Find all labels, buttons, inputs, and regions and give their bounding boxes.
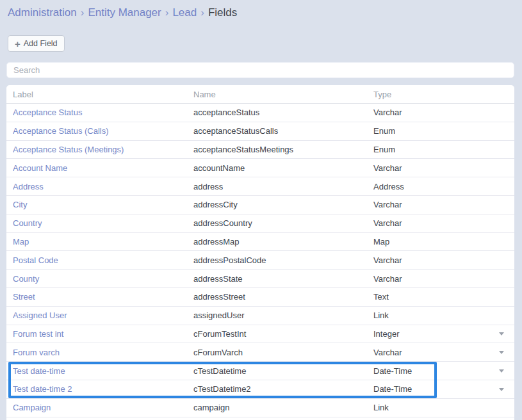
field-label-link[interactable]: Acceptance Status (Calls) bbox=[13, 126, 193, 136]
field-type: Text bbox=[373, 292, 514, 302]
field-type: Map bbox=[373, 237, 514, 246]
field-name: acceptanceStatusCalls bbox=[193, 126, 373, 136]
table-row: StreetaddressStreetText bbox=[6, 288, 514, 307]
add-field-button[interactable]: + Add Field bbox=[8, 35, 65, 52]
field-name: accountName bbox=[193, 163, 373, 173]
field-name: campaign bbox=[193, 403, 373, 412]
field-type: Varchar bbox=[373, 274, 514, 284]
field-label-link[interactable]: Forum test int bbox=[13, 329, 193, 339]
caret-down-icon[interactable] bbox=[499, 388, 504, 391]
field-type: Enum bbox=[373, 145, 514, 154]
field-name: assignedUser bbox=[193, 311, 373, 320]
field-label-link[interactable]: Street bbox=[13, 292, 193, 302]
table-row: Postal CodeaddressPostalCodeVarchar bbox=[6, 251, 514, 270]
field-type: Date-Time bbox=[373, 384, 514, 394]
breadcrumb-separator: › bbox=[77, 6, 88, 19]
page-title: Fields bbox=[208, 6, 237, 19]
field-name: cForumVarch bbox=[193, 348, 373, 357]
column-header-type: Type bbox=[373, 90, 514, 99]
field-type: Link bbox=[373, 311, 514, 320]
fields-admin-page: Administration›Entity Manager›Lead›Field… bbox=[0, 0, 522, 420]
field-type: Link bbox=[373, 403, 514, 412]
table-row: Assigned UserassignedUserLink bbox=[6, 307, 514, 325]
breadcrumb-separator: › bbox=[197, 6, 208, 19]
field-label-link[interactable]: Address bbox=[13, 182, 193, 191]
table-row: CountryaddressCountryVarchar bbox=[6, 214, 514, 233]
field-name: acceptanceStatusMeetings bbox=[193, 145, 373, 154]
field-name: addressStreet bbox=[193, 292, 373, 302]
breadcrumb: Administration›Entity Manager›Lead›Field… bbox=[8, 6, 237, 19]
fields-table: Label Name Type Acceptance Statusaccepta… bbox=[6, 85, 514, 420]
table-row: CountyaddressStateVarchar bbox=[6, 270, 514, 288]
field-type: Varchar bbox=[373, 218, 514, 228]
field-label-link[interactable]: City bbox=[13, 200, 193, 209]
field-type: Varchar bbox=[373, 200, 514, 209]
field-label-link[interactable]: Acceptance Status (Meetings) bbox=[13, 145, 193, 154]
breadcrumb-link-entity-manager[interactable]: Entity Manager bbox=[88, 6, 161, 19]
field-label-link[interactable]: Map bbox=[13, 237, 193, 246]
table-body: Acceptance StatusacceptanceStatusVarchar… bbox=[6, 104, 514, 417]
field-name: addressCity bbox=[193, 200, 373, 209]
field-type: Date-Time bbox=[373, 366, 514, 376]
table-row: Acceptance StatusacceptanceStatusVarchar bbox=[6, 104, 514, 122]
field-label-link[interactable]: Assigned User bbox=[13, 311, 193, 320]
table-row: MapaddressMapMap bbox=[6, 233, 514, 252]
table-row: Acceptance Status (Meetings)acceptanceSt… bbox=[6, 141, 514, 159]
caret-down-icon[interactable] bbox=[499, 351, 504, 354]
field-name: address bbox=[193, 182, 373, 191]
field-name: acceptanceStatus bbox=[193, 108, 373, 117]
column-header-label: Label bbox=[13, 90, 193, 99]
field-label-link[interactable]: Country bbox=[13, 218, 193, 228]
field-label-link[interactable]: Test date-time 2 bbox=[13, 384, 193, 394]
field-name: addressMap bbox=[193, 237, 373, 246]
search-input[interactable] bbox=[6, 62, 514, 78]
field-label-link[interactable]: Postal Code bbox=[13, 255, 193, 265]
breadcrumb-link-administration[interactable]: Administration bbox=[8, 6, 77, 19]
field-type: Enum bbox=[373, 126, 514, 136]
field-name: cForumTestInt bbox=[193, 329, 373, 339]
table-row: Test date-timecTestDatetimeDate-Time bbox=[6, 362, 514, 380]
field-name: addressState bbox=[193, 274, 373, 284]
table-header-row: Label Name Type bbox=[6, 85, 514, 104]
table-row: Acceptance Status (Calls)acceptanceStatu… bbox=[6, 122, 514, 141]
breadcrumb-link-lead[interactable]: Lead bbox=[172, 6, 197, 19]
breadcrumb-separator: › bbox=[161, 6, 173, 19]
field-label-link[interactable]: Acceptance Status bbox=[13, 108, 193, 117]
field-label-link[interactable]: Forum varch bbox=[13, 348, 193, 357]
table-row: Test date-time 2cTestDatetime2Date-Time bbox=[6, 380, 514, 399]
field-label-link[interactable]: Account Name bbox=[13, 163, 193, 173]
field-type: Varchar bbox=[373, 255, 514, 265]
field-name: addressCountry bbox=[193, 218, 373, 228]
field-type: Integer bbox=[373, 329, 514, 339]
caret-down-icon[interactable] bbox=[499, 332, 504, 335]
field-type: Varchar bbox=[373, 348, 514, 357]
table-row: CityaddressCityVarchar bbox=[6, 196, 514, 214]
table-row: CampaigncampaignLink bbox=[6, 399, 514, 417]
field-type: Address bbox=[373, 182, 514, 191]
plus-icon: + bbox=[15, 39, 20, 49]
field-type: Varchar bbox=[373, 108, 514, 117]
caret-down-icon[interactable] bbox=[499, 369, 504, 373]
table-row: AddressaddressAddress bbox=[6, 177, 514, 196]
column-header-name: Name bbox=[193, 90, 373, 99]
field-type: Varchar bbox=[373, 163, 514, 173]
field-name: cTestDatetime2 bbox=[193, 384, 373, 394]
field-label-link[interactable]: County bbox=[13, 274, 193, 284]
table-row: Forum test intcForumTestIntInteger bbox=[6, 325, 514, 344]
field-name: addressPostalCode bbox=[193, 255, 373, 265]
field-label-link[interactable]: Test date-time bbox=[13, 366, 193, 376]
add-field-button-label: Add Field bbox=[24, 39, 58, 48]
table-row: Forum varchcForumVarchVarchar bbox=[6, 343, 514, 362]
field-name: cTestDatetime bbox=[193, 366, 373, 376]
field-label-link[interactable]: Campaign bbox=[13, 403, 193, 412]
table-row: Account NameaccountNameVarchar bbox=[6, 159, 514, 177]
